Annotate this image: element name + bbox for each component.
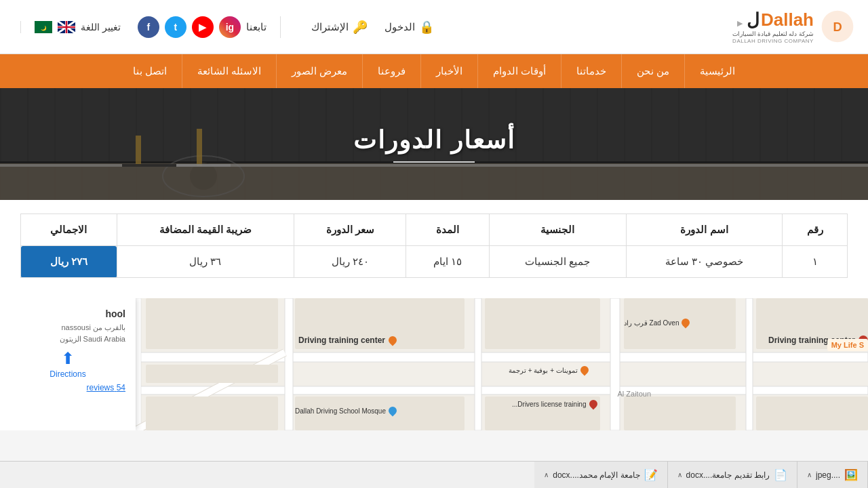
uk-flag	[58, 21, 75, 33]
svg-text:D: D	[833, 20, 842, 34]
col-course-name: اسم الدورة	[626, 214, 782, 246]
hero-divider	[393, 161, 475, 163]
col-nationality: الجنسية	[489, 214, 626, 246]
logo-subtitle-ar: شركة دله لتعليم قيادة السيارات	[732, 30, 814, 38]
svg-rect-26	[475, 298, 481, 430]
lock-icon: 🔒	[419, 20, 434, 35]
key-icon: 🔑	[353, 20, 368, 35]
register-button[interactable]: 🔑 الإشتراك	[311, 20, 368, 35]
hero-section: أسعار الدورات	[0, 88, 868, 200]
cell-total: ٢٧٦ ريال	[21, 246, 117, 278]
svg-rect-33	[146, 365, 278, 383]
svg-text:🌙: 🌙	[41, 25, 47, 31]
logo: D Dallah ل ▶ شركة دله لتعليم قيادة السيا…	[732, 9, 854, 45]
language-switcher[interactable]: تغيير اللغة 🌙	[20, 21, 121, 33]
poi-license[interactable]: Drivers license training...	[512, 400, 597, 408]
directions-icon: ⬆	[61, 349, 75, 368]
instagram-icon[interactable]: ig	[219, 16, 241, 38]
poi-center-label: Driving training center	[298, 336, 385, 345]
poi-center-dot	[387, 335, 399, 346]
map-section: Al Zaitoun hool بالقرب من nassousi Saudi…	[0, 298, 868, 430]
logo-icon: D	[821, 9, 854, 43]
svg-rect-28	[746, 298, 753, 430]
svg-rect-37	[485, 298, 600, 349]
poi-zad-label: Zad Oven قرب راد	[624, 319, 679, 327]
table-row: ١ خصوصي ٣٠ ساعة جميع الجنسيات ١٥ ايام ٢٤…	[21, 246, 848, 278]
cell-tax: ٣٦ ريال	[117, 246, 294, 278]
nav-gallery[interactable]: معرض الصور	[276, 54, 362, 88]
svg-rect-27	[610, 298, 620, 430]
hero-title: أسعار الدورات	[353, 126, 515, 155]
sidebar-address-2: Saudi Arabia الزيتون	[10, 335, 125, 344]
facebook-icon[interactable]: f	[138, 16, 159, 38]
cell-nationality: جميع الجنسيات	[489, 246, 626, 278]
auth-section: 🔒 الدخول 🔑 الإشتراك تابعنا ig ▶ t f تغيي…	[14, 16, 434, 38]
poi-zad-dot	[680, 317, 692, 329]
col-price: سعر الدورة	[294, 214, 406, 246]
price-table: رقم اسم الدورة الجنسية المدة سعر الدورة …	[20, 214, 848, 278]
logo-brand-orange: Dallah	[761, 9, 814, 30]
poi-school-dot	[387, 405, 398, 417]
follow-label: تابعنا	[246, 21, 267, 33]
cell-number: ١	[783, 246, 848, 278]
reviews-link[interactable]: 54 reviews	[10, 383, 125, 392]
poi-store[interactable]: تموينات + بوفية + ترجمة	[509, 366, 589, 374]
main-nav: الرئيسية من نحن خدماتنا أوقات الدوام الأ…	[0, 54, 868, 88]
youtube-icon[interactable]: ▶	[192, 16, 214, 38]
nav-branches[interactable]: فروعنا	[362, 54, 420, 88]
svg-rect-25	[285, 298, 293, 430]
svg-rect-42	[756, 396, 868, 430]
poi-mylife[interactable]: My Life S	[827, 339, 868, 351]
poi-store-dot	[578, 365, 590, 376]
sa-flag: 🌙	[35, 21, 52, 33]
poi-school[interactable]: Dallah Driving School Mosque	[295, 407, 397, 415]
map-sidebar: hool بالقرب من nassousi Saudi Arabia الز…	[0, 298, 136, 430]
poi-mylife-label: My Life S	[831, 341, 864, 349]
table-header-row: رقم اسم الدورة الجنسية المدة سعر الدورة …	[21, 214, 848, 246]
social-section: تابعنا ig ▶ t f	[138, 16, 281, 38]
sidebar-business-title: hool	[10, 308, 125, 319]
col-duration: المدة	[406, 214, 490, 246]
top-bar: D Dallah ل ▶ شركة دله لتعليم قيادة السيا…	[0, 0, 868, 54]
nav-contact[interactable]: اتصل بنا	[118, 54, 182, 88]
cell-price: ٢٤٠ ريال	[294, 246, 406, 278]
twitter-icon[interactable]: t	[165, 16, 186, 38]
nav-about[interactable]: من نحن	[621, 54, 684, 88]
hero-content: أسعار الدورات	[353, 126, 515, 163]
poi-driving-center[interactable]: Driving training center	[298, 336, 397, 345]
directions-button[interactable]: ⬆ Directions	[50, 349, 85, 379]
svg-rect-32	[146, 298, 278, 349]
nav-home[interactable]: الرئيسية	[684, 54, 750, 88]
col-total: الاجمالي	[21, 214, 117, 246]
sidebar-address-1: بالقرب من nassousi	[10, 323, 125, 332]
nav-faq[interactable]: الاسئله الشائعة	[182, 54, 276, 88]
logo-subtitle-en: DALLAH DRIVING COMPANY	[732, 38, 814, 45]
poi-zad[interactable]: Zad Oven قرب راد	[624, 319, 690, 327]
register-label: الإشتراك	[311, 21, 349, 33]
poi-store-label: تموينات + بوفية + ترجمة	[509, 367, 578, 374]
svg-rect-40	[624, 396, 736, 430]
nav-services[interactable]: خدماتنا	[561, 54, 621, 88]
table-section: رقم اسم الدورة الجنسية المدة سعر الدورة …	[0, 200, 868, 298]
poi-school-label: Dallah Driving School Mosque	[295, 407, 386, 415]
nav-hours[interactable]: أوقات الدوام	[477, 54, 561, 88]
cell-course-name: خصوصي ٣٠ ساعة	[626, 246, 782, 278]
col-number: رقم	[783, 214, 848, 246]
login-button[interactable]: 🔒 الدخول	[384, 20, 434, 35]
poi-license-dot	[587, 399, 599, 410]
nav-news[interactable]: الأخبار	[420, 54, 477, 88]
directions-label: Directions	[50, 369, 85, 379]
svg-rect-34	[146, 396, 278, 430]
login-label: الدخول	[384, 21, 415, 33]
svg-rect-29	[136, 298, 141, 430]
cell-duration: ١٥ ايام	[406, 246, 490, 278]
lang-label: تغيير اللغة	[81, 22, 121, 33]
directions-section: ⬆ Directions	[10, 349, 125, 379]
col-tax: ضريبة القيمة المضافة	[117, 214, 294, 246]
svg-text:Al Zaitoun: Al Zaitoun	[617, 390, 651, 398]
poi-license-label: Drivers license training...	[512, 401, 587, 408]
logo-arrow: ▶	[737, 19, 743, 28]
logo-brand-black: ل	[747, 9, 760, 30]
